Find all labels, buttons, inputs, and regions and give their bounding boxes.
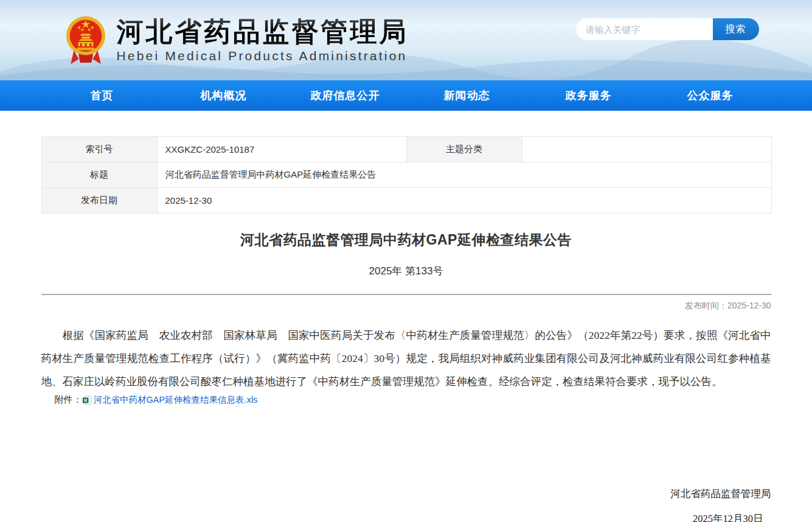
- nav-item-gov-services[interactable]: 政务服务: [528, 80, 650, 111]
- search-box: 搜索: [576, 18, 759, 40]
- national-emblem-icon: [66, 15, 106, 68]
- title-value: 河北省药品监督管理局中药材GAP延伸检查结果公告: [157, 162, 771, 188]
- topic-category-label: 主题分类: [406, 137, 522, 162]
- nav-item-news[interactable]: 新闻动态: [406, 80, 528, 111]
- divider-line: [41, 294, 771, 295]
- publish-date-value: 2025-12-30: [157, 188, 771, 214]
- nav-item-government-info[interactable]: 政府信息公开: [285, 80, 406, 111]
- site-header: 河北省药品监督管理局 Hebei Medical Products Admini…: [0, 0, 812, 80]
- publish-time-label: 发布时间：: [685, 301, 727, 310]
- signature-date: 2025年12月30日: [41, 512, 771, 522]
- attachment-row: 附件： 河北省中药材GAP延伸检查结果信息表.xls: [41, 394, 771, 406]
- title-label: 标题: [41, 162, 157, 188]
- table-row: 标题 河北省药品监督管理局中药材GAP延伸检查结果公告: [41, 162, 771, 188]
- nav-item-organization[interactable]: 机构概况: [163, 80, 285, 111]
- site-title: 河北省药品监督管理局: [117, 17, 409, 46]
- index-number-value: XXGKZC-2025-10187: [157, 137, 406, 162]
- attachment-link-text[interactable]: 河北省中药材GAP延伸检查结果信息表.xls: [94, 394, 258, 406]
- search-input[interactable]: [576, 18, 713, 40]
- article-title: 河北省药品监督管理局中药材GAP延伸检查结果公告: [41, 231, 771, 249]
- nav-item-home[interactable]: 首页: [41, 80, 163, 111]
- signature-organization: 河北省药品监督管理局: [41, 487, 771, 501]
- document-meta-table: 索引号 XXGKZC-2025-10187 主题分类 标题 河北省药品监督管理局…: [41, 136, 772, 214]
- site-logo-home-link[interactable]: 河北省药品监督管理局 Hebei Medical Products Admini…: [66, 12, 409, 68]
- article-paragraph: 根据《国家药监局 农业农村部 国家林草局 国家中医药局关于发布〈中药材生产质量管…: [41, 324, 771, 393]
- publish-time-value: 2025-12-30: [727, 301, 771, 310]
- topic-category-value: [522, 137, 771, 162]
- attachment-label: 附件：: [55, 394, 82, 406]
- table-row: 索引号 XXGKZC-2025-10187 主题分类: [41, 137, 771, 162]
- publish-time: 发布时间：2025-12-30: [41, 301, 771, 311]
- site-subtitle-english: Hebei Medical Products Administration: [117, 49, 409, 63]
- main-content: 索引号 XXGKZC-2025-10187 主题分类 标题 河北省药品监督管理局…: [41, 136, 771, 522]
- search-button[interactable]: 搜索: [713, 18, 759, 40]
- excel-file-icon[interactable]: [82, 395, 92, 405]
- publish-date-label: 发布日期: [41, 188, 157, 214]
- header-inner: 河北省药品监督管理局 Hebei Medical Products Admini…: [41, 0, 771, 80]
- main-navigation: 首页 机构概况 政府信息公开 新闻动态 政务服务 公众服务: [0, 80, 812, 111]
- signature-block: 河北省药品监督管理局 2025年12月30日: [41, 487, 771, 522]
- nav-item-public-services[interactable]: 公众服务: [650, 80, 771, 111]
- document-number: 2025年 第133号: [41, 264, 771, 278]
- attachment-link[interactable]: 河北省中药材GAP延伸检查结果信息表.xls: [82, 394, 258, 406]
- brand-text: 河北省药品监督管理局 Hebei Medical Products Admini…: [117, 17, 409, 63]
- table-row: 发布日期 2025-12-30: [41, 188, 771, 214]
- index-number-label: 索引号: [41, 137, 157, 162]
